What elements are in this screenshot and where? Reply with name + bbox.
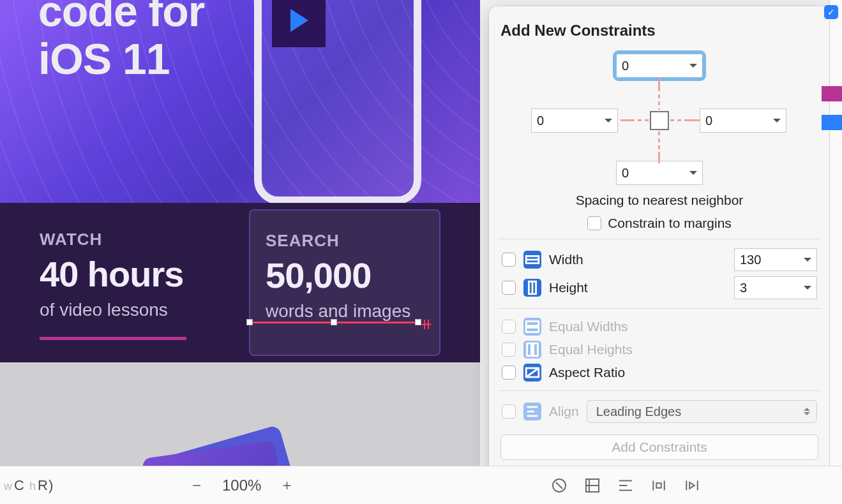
bottom-spacing-value: 0 xyxy=(622,166,629,181)
width-value: 130 xyxy=(740,253,761,267)
zoom-level[interactable]: 100% xyxy=(222,477,261,494)
inspector-color-swatch[interactable] xyxy=(822,115,842,130)
stat-watch-title: WATCH xyxy=(40,230,249,249)
svg-rect-8 xyxy=(533,343,538,356)
equal-heights-row: Equal Heights xyxy=(500,338,818,361)
pin-diagram: 0 0 0 0 xyxy=(500,51,818,185)
hc-R: R) xyxy=(38,477,54,493)
height-label: Height xyxy=(549,280,726,295)
zoom-out-button[interactable]: − xyxy=(188,477,206,494)
inspector-checkbox[interactable]: ✓ xyxy=(824,5,838,19)
constrain-margins-label: Constrain to margins xyxy=(608,216,732,231)
width-checkbox[interactable] xyxy=(502,253,516,267)
wc-C: C xyxy=(14,477,25,493)
minus-icon: − xyxy=(192,477,201,494)
resize-handle-mid[interactable] xyxy=(331,319,337,325)
stats-bar: WATCH 40 hours of video lessons SEARCH 5… xyxy=(0,203,480,362)
equal-widths-checkbox xyxy=(502,320,516,334)
equal-widths-label: Equal Widths xyxy=(549,319,817,334)
stepper-icon xyxy=(804,408,810,415)
hero-section: code for iOS 11 xyxy=(0,0,480,203)
resolve-issues-icon[interactable] xyxy=(682,476,702,495)
popover-title: Add New Constraints xyxy=(500,22,818,40)
height-checkbox[interactable] xyxy=(502,281,516,295)
align-value: Leading Edges xyxy=(596,404,681,419)
right-spacing-value: 0 xyxy=(705,114,712,128)
divider xyxy=(498,239,821,239)
ibeam-icon xyxy=(688,119,700,121)
embed-in-icon[interactable] xyxy=(583,476,602,495)
align-tool-icon[interactable] xyxy=(616,476,635,495)
pin-tool-icon[interactable] xyxy=(649,476,668,495)
resize-handle-left[interactable] xyxy=(246,319,253,325)
interface-builder-canvas[interactable]: code for iOS 11 WATCH 40 hours of video … xyxy=(0,0,480,466)
size-class-indicator[interactable]: wC hR) xyxy=(0,477,54,494)
chevron-down-icon xyxy=(605,119,612,122)
ibeam-icon xyxy=(658,152,660,163)
spacing-label: Spacing to nearest neighbor xyxy=(500,193,818,208)
divider xyxy=(498,308,821,309)
stat-search-value: 50,000 xyxy=(266,255,424,296)
stat-watch: WATCH 40 hours of video lessons xyxy=(0,203,249,362)
top-spacing-field[interactable]: 0 xyxy=(616,54,703,78)
constrain-margins-checkbox[interactable] xyxy=(587,216,601,230)
height-icon xyxy=(523,279,541,297)
constraint-guide-icon: ⧺ xyxy=(420,315,433,333)
stat-watch-value: 40 hours xyxy=(40,253,249,295)
align-row: Align Leading Edges xyxy=(500,397,818,426)
zoom-in-button[interactable]: + xyxy=(278,477,296,494)
equal-heights-checkbox xyxy=(502,343,516,357)
play-icon xyxy=(288,8,310,33)
equal-widths-row: Equal Widths xyxy=(500,315,818,338)
equal-widths-icon xyxy=(523,318,541,336)
stat-search-sub: words and images xyxy=(266,301,424,322)
equal-heights-icon xyxy=(523,341,541,359)
chevron-down-icon xyxy=(804,258,811,262)
width-field[interactable]: 130 xyxy=(734,248,817,271)
inspector-sliver xyxy=(829,0,842,466)
equal-heights-label: Equal Heights xyxy=(549,342,817,357)
svg-line-10 xyxy=(526,368,539,377)
left-spacing-value: 0 xyxy=(537,114,544,128)
stat-watch-underline xyxy=(40,337,186,340)
add-constraints-button[interactable]: Add Constraints xyxy=(500,434,818,460)
chevron-down-icon xyxy=(804,286,811,290)
right-spacing-field[interactable]: 0 xyxy=(700,108,786,133)
align-icon xyxy=(523,403,541,420)
height-value: 3 xyxy=(740,281,747,295)
hero-line1: code for xyxy=(38,0,204,35)
svg-marker-24 xyxy=(689,482,695,489)
stat-search[interactable]: SEARCH 50,000 words and images xyxy=(249,209,440,356)
bottom-spacing-field[interactable]: 0 xyxy=(616,161,703,185)
hero-title: code for iOS 11 xyxy=(38,0,204,83)
chevron-down-icon xyxy=(773,119,781,122)
svg-rect-7 xyxy=(527,343,532,356)
ibeam-icon xyxy=(620,119,632,121)
svg-rect-6 xyxy=(526,327,539,332)
stat-search-title: SEARCH xyxy=(266,231,424,251)
divider xyxy=(498,390,821,391)
canvas-bottom-bar: wC hR) − 100% + xyxy=(0,466,842,504)
update-frames-icon[interactable] xyxy=(550,476,569,495)
play-button[interactable] xyxy=(272,0,326,47)
aspect-ratio-row: Aspect Ratio xyxy=(500,361,818,384)
svg-rect-5 xyxy=(526,322,539,326)
zoom-controls: − 100% + xyxy=(188,477,296,494)
align-label: Align xyxy=(549,404,579,419)
hero-line2: iOS 11 xyxy=(38,34,170,83)
svg-marker-0 xyxy=(290,9,308,32)
ibeam-icon xyxy=(658,78,660,89)
stat-watch-sub: of video lessons xyxy=(40,300,249,320)
chevron-down-icon xyxy=(689,64,697,68)
chevron-down-icon xyxy=(689,171,697,175)
aspect-ratio-checkbox[interactable] xyxy=(502,366,516,380)
align-select: Leading Edges xyxy=(587,400,817,423)
width-label: Width xyxy=(549,252,726,267)
height-field[interactable]: 3 xyxy=(734,276,817,299)
inspector-color-swatch[interactable] xyxy=(822,86,842,101)
wc-prefix: w xyxy=(4,480,13,493)
width-row: Width 130 xyxy=(500,246,818,274)
layout-tool-icons xyxy=(550,476,702,495)
left-spacing-field[interactable]: 0 xyxy=(531,108,618,133)
constrain-margins-row[interactable]: Constrain to margins xyxy=(500,216,818,231)
